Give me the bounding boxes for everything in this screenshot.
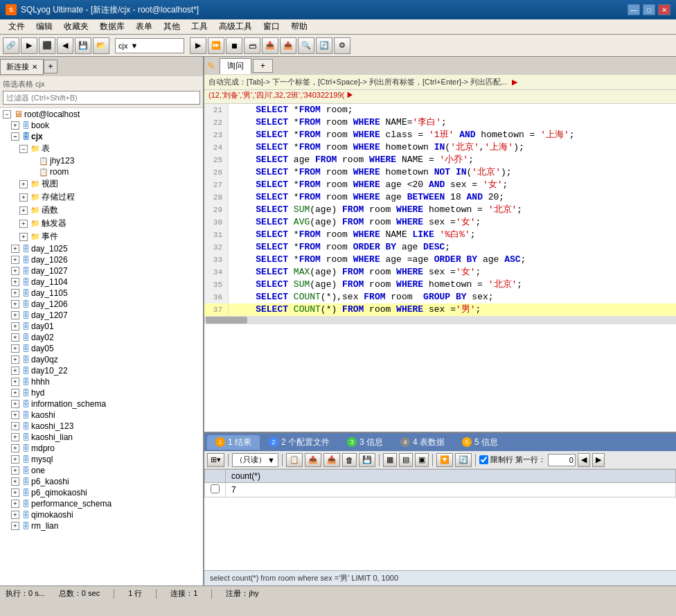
results-export-btn[interactable]: 📤 bbox=[305, 453, 321, 467]
tb-open[interactable]: ▶ bbox=[21, 37, 37, 54]
menu-window[interactable]: 窗口 bbox=[258, 19, 285, 34]
menu-tools[interactable]: 工具 bbox=[186, 19, 213, 34]
tree-day1104[interactable]: +🗄day_1104 bbox=[0, 276, 203, 288]
menu-other[interactable]: 其他 bbox=[158, 19, 186, 34]
tree-rmlian[interactable]: +🗄rm_lian bbox=[0, 520, 203, 531]
tb-export[interactable]: 📤 bbox=[280, 37, 296, 54]
limit-rows-checkbox[interactable] bbox=[479, 455, 488, 464]
td-checkbox[interactable] bbox=[205, 483, 226, 498]
tb-open2[interactable]: 📂 bbox=[93, 37, 109, 54]
tree-cjx[interactable]: − 🗄 cjx bbox=[0, 131, 203, 142]
tree-mysql[interactable]: +🗄mysql bbox=[0, 454, 203, 465]
results-delete-btn[interactable]: 🗑 bbox=[342, 453, 357, 467]
connection-tab-close[interactable]: ✕ bbox=[32, 63, 37, 71]
tb-stop[interactable]: ⬛ bbox=[39, 37, 55, 54]
tree-day02[interactable]: +🗄day02 bbox=[0, 332, 203, 343]
minimize-button[interactable]: — bbox=[628, 4, 640, 15]
expand-icon[interactable]: + bbox=[19, 180, 28, 188]
connection-tab[interactable]: 新连接 ✕ bbox=[0, 59, 44, 75]
limit-value-input[interactable] bbox=[548, 454, 576, 466]
menu-help[interactable]: 帮助 bbox=[285, 19, 313, 34]
results-tab-1[interactable]: 1 1 结果 bbox=[207, 435, 260, 450]
menu-database[interactable]: 数据库 bbox=[94, 19, 130, 34]
tb-execute2[interactable]: ⏩ bbox=[208, 37, 224, 54]
tree-jhy123[interactable]: 📋 jhy123 bbox=[0, 155, 203, 166]
tree-day1026[interactable]: +🗄day_1026 bbox=[0, 254, 203, 265]
tree-kaoshi[interactable]: +🗄kaoshi bbox=[0, 410, 203, 421]
results-refresh-btn[interactable]: 🔄 bbox=[455, 453, 472, 467]
results-nav-next[interactable]: ▶ bbox=[592, 453, 605, 467]
tree-triggers-folder[interactable]: + 📁 触发器 bbox=[0, 217, 203, 230]
tree-mdpro[interactable]: +🗄mdpro bbox=[0, 443, 203, 454]
results-filter-btn[interactable]: 🔽 bbox=[436, 453, 453, 467]
results-view1-btn[interactable]: ▦ bbox=[383, 453, 397, 467]
expand-icon[interactable]: + bbox=[11, 121, 19, 130]
close-button[interactable]: ✕ bbox=[658, 4, 670, 15]
menu-file[interactable]: 文件 bbox=[3, 19, 30, 34]
tb-settings[interactable]: ⚙ bbox=[334, 37, 350, 54]
filter-input[interactable] bbox=[3, 91, 200, 105]
tb-refresh[interactable]: 🔄 bbox=[316, 37, 332, 54]
query-tab-active[interactable]: 询问 bbox=[220, 58, 251, 74]
tree-one[interactable]: +🗄one bbox=[0, 465, 203, 476]
tree-day1022[interactable]: +🗄day10_22 bbox=[0, 365, 203, 376]
results-grid-btn[interactable]: ⊞▾ bbox=[207, 453, 224, 467]
expand-icon[interactable]: + bbox=[19, 233, 28, 241]
tb-schema[interactable]: 🗃 bbox=[244, 37, 260, 54]
tree-events-folder[interactable]: + 📁 事件 bbox=[0, 230, 203, 243]
tree-day05[interactable]: +🗄day05 bbox=[0, 343, 203, 354]
add-connection-button[interactable]: + bbox=[44, 60, 57, 73]
tb-import[interactable]: 📥 bbox=[262, 37, 278, 54]
tree-views-folder[interactable]: + 📁 视图 bbox=[0, 177, 203, 191]
expand-icon[interactable]: + bbox=[19, 206, 28, 215]
results-view3-btn[interactable]: ▣ bbox=[415, 453, 429, 467]
tb-save[interactable]: 💾 bbox=[75, 37, 91, 54]
tree-day01[interactable]: +🗄day01 bbox=[0, 321, 203, 332]
tree-tables-folder[interactable]: − 📁 表 bbox=[0, 142, 203, 155]
tree-functions-folder[interactable]: + 📁 函数 bbox=[0, 204, 203, 217]
maximize-button[interactable]: □ bbox=[643, 4, 655, 15]
menu-advanced-tools[interactable]: 高级工具 bbox=[213, 19, 258, 34]
tree-p6kaoshi[interactable]: +🗄p6_kaoshi bbox=[0, 476, 203, 487]
results-copy-btn[interactable]: 📋 bbox=[286, 453, 303, 467]
expand-icon[interactable]: − bbox=[11, 132, 19, 141]
tree-hhhh[interactable]: +🗄hhhh bbox=[0, 376, 203, 387]
tb-filter[interactable]: 🔍 bbox=[298, 37, 314, 54]
database-selector[interactable]: cjx ▼ bbox=[115, 38, 184, 53]
menu-edit[interactable]: 编辑 bbox=[30, 19, 58, 34]
results-tab-4[interactable]: 4 4 表数据 bbox=[392, 435, 453, 450]
mode-dropdown[interactable]: （只读） ▼ bbox=[232, 453, 278, 467]
tree-day1025[interactable]: +🗄day_1025 bbox=[0, 243, 203, 254]
results-import-btn[interactable]: 📥 bbox=[323, 453, 340, 467]
results-tab-2[interactable]: 2 2 个配置文件 bbox=[260, 435, 338, 450]
results-save-btn[interactable]: 💾 bbox=[359, 453, 375, 467]
tb-new[interactable]: 🔗 bbox=[3, 37, 19, 54]
expand-icon[interactable]: − bbox=[19, 145, 28, 153]
tree-day1105[interactable]: +🗄day_1105 bbox=[0, 288, 203, 299]
tree-procedures-folder[interactable]: + 📁 存储过程 bbox=[0, 191, 203, 204]
expand-icon[interactable]: − bbox=[3, 110, 11, 118]
menu-favorites[interactable]: 收藏夹 bbox=[58, 19, 94, 34]
tree-room[interactable]: 📋 room bbox=[0, 166, 203, 177]
tree-kaoshi-lian[interactable]: +🗄kaoshi_lian bbox=[0, 432, 203, 443]
results-view2-btn[interactable]: ▤ bbox=[399, 453, 413, 467]
title-controls[interactable]: — □ ✕ bbox=[628, 4, 670, 15]
horizontal-scrollbar[interactable] bbox=[204, 316, 676, 324]
tree-book[interactable]: + 🗄 book bbox=[0, 120, 203, 131]
tree-performance-schema[interactable]: +🗄performance_schema bbox=[0, 498, 203, 509]
tb-stop2[interactable]: ⏹ bbox=[226, 37, 242, 54]
tb-back[interactable]: ◀ bbox=[57, 37, 73, 54]
tree-p6qimokaoshi[interactable]: +🗄p6_qimokaoshi bbox=[0, 487, 203, 498]
results-tab-5[interactable]: 5 5 信息 bbox=[454, 435, 506, 450]
scroll-thumb[interactable] bbox=[206, 317, 247, 324]
tree-hyd[interactable]: +🗄hyd bbox=[0, 387, 203, 398]
menu-table[interactable]: 表单 bbox=[130, 19, 158, 34]
tree-day0qz[interactable]: +🗄day0qz bbox=[0, 354, 203, 365]
tree-kaoshi123[interactable]: +🗄kaoshi_123 bbox=[0, 421, 203, 432]
tree-day1206[interactable]: +🗄day_1206 bbox=[0, 299, 203, 310]
expand-icon[interactable]: + bbox=[19, 193, 28, 202]
tree-information-schema[interactable]: +🗄information_schema bbox=[0, 398, 203, 410]
expand-icon[interactable]: + bbox=[19, 220, 28, 228]
tree-qimokaoshi[interactable]: +🗄qimokaoshi bbox=[0, 509, 203, 520]
tb-execute[interactable]: ▶ bbox=[190, 37, 206, 54]
